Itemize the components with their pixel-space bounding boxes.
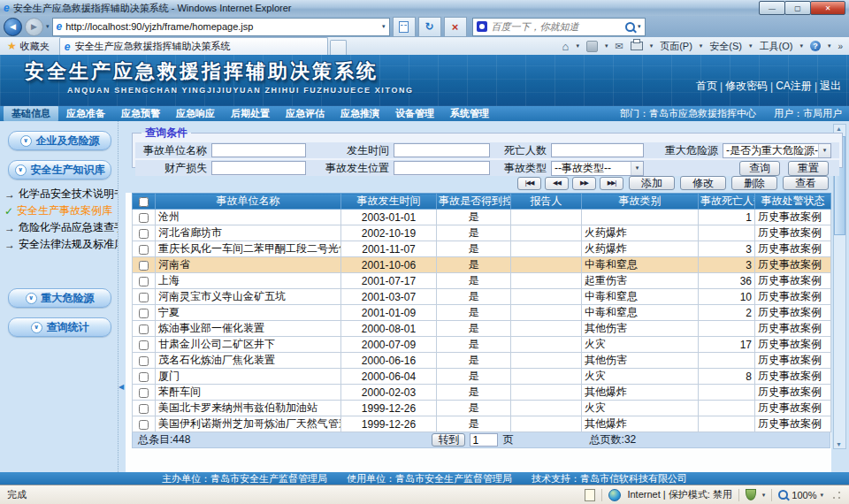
print-dropdown-icon[interactable] (650, 42, 654, 50)
browser-tab[interactable]: 安全生产应急救援指挥辅助决策系统 (59, 37, 328, 55)
address-field[interactable]: http://localhost:90/yjzh/frame/homepage.… (52, 18, 390, 36)
page-menu-dropdown-icon[interactable] (700, 42, 703, 50)
table-row[interactable]: 河南灵宝市义寺山金矿五坑2001-03-07是中毒和窒息10历史事故案例 (133, 289, 831, 305)
minimize-button[interactable]: — (759, 1, 785, 15)
close-button[interactable]: ✕ (810, 1, 845, 15)
sidebar-item-laws-standards[interactable]: 安全法律法规及标准库 (4, 236, 118, 253)
row-checkbox[interactable] (139, 261, 149, 271)
nav-item[interactable]: 应急准备 (58, 106, 113, 121)
url-text[interactable]: http://localhost:90/yjzh/frame/homepage.… (65, 21, 379, 32)
help-dropdown-icon[interactable] (828, 42, 831, 50)
nav-item[interactable]: 后期处置 (223, 106, 278, 121)
nav-item[interactable]: 应急推演 (333, 106, 387, 121)
new-tab-button[interactable] (330, 40, 347, 55)
accident-type-select[interactable]: --事故类型-- (551, 161, 644, 176)
zone-dropdown-icon[interactable] (762, 492, 766, 499)
favorites-button[interactable]: 收藏夹 (4, 37, 52, 55)
pager-button[interactable]: |◀◀ (517, 177, 541, 190)
page-menu[interactable]: 页面(P) (660, 40, 692, 53)
safety-menu[interactable]: 安全(S) (709, 40, 742, 53)
magnifier-icon[interactable] (625, 22, 635, 32)
table-row[interactable]: 甘肃金川公司二矿区井下2000-07-09是火灾17历史事故案例 (133, 337, 831, 353)
modify-button[interactable]: 修改 (680, 176, 726, 190)
occur-time-input[interactable] (394, 143, 490, 157)
table-row[interactable]: 苯酐车间2000-02-03是其他爆炸历史事故案例 (133, 385, 831, 401)
table-row[interactable]: 河南省2001-10-06是中毒和窒息3历史事故案例 (133, 257, 831, 273)
nav-item[interactable]: 应急响应 (168, 106, 223, 121)
sidebar-group-enterprise-hazard[interactable]: 企业及危险源 (8, 131, 111, 150)
sidebar-item-chemical-msds[interactable]: 化学品安全技术说明书 (4, 186, 118, 202)
table-row[interactable]: 炼油事业部一催化装置2000-08-01是其他伤害历史事故案例 (133, 321, 831, 337)
row-checkbox[interactable] (139, 245, 149, 255)
table-row[interactable]: 茂名石化炼油厂焦化装置2000-06-16是其他伤害历史事故案例 (133, 353, 831, 369)
table-row[interactable]: 厦门2000-06-04是火灾8历史事故案例 (133, 369, 831, 385)
sidebar-item-hazchem-quickref[interactable]: 危险化学品应急速查手... (4, 219, 118, 236)
home-dropdown-icon[interactable] (576, 42, 579, 50)
collapse-handle-icon[interactable] (119, 383, 124, 391)
pager-button[interactable]: ▶▶| (600, 177, 623, 190)
forward-button[interactable]: ▶ (25, 18, 43, 36)
delete-button[interactable]: 删除 (731, 176, 777, 190)
table-row[interactable]: 河北省廊坊市2002-10-19是火药爆炸历史事故案例 (133, 225, 831, 241)
overflow-chevron-icon[interactable] (838, 42, 843, 51)
sidebar-item-accident-cases[interactable]: 安全生产事故案例库 (4, 202, 118, 219)
row-checkbox[interactable] (139, 420, 149, 430)
row-checkbox[interactable] (139, 309, 149, 318)
pager-button[interactable]: ▶▶ (572, 177, 596, 190)
row-checkbox[interactable] (139, 325, 149, 334)
unit-name-input[interactable] (211, 143, 306, 157)
row-checkbox[interactable] (139, 229, 149, 239)
search-button[interactable]: 查询 (739, 161, 780, 176)
row-checkbox[interactable] (139, 340, 149, 350)
feeds-icon[interactable] (586, 41, 598, 52)
refresh-button[interactable] (418, 17, 441, 37)
safety-menu-dropdown-icon[interactable] (749, 42, 753, 50)
row-checkbox[interactable] (139, 404, 149, 414)
row-checkbox[interactable] (139, 277, 149, 286)
maximize-button[interactable]: ▢ (784, 1, 811, 15)
table-row[interactable]: 美国北卡罗来纳州韦兹伯勒加油站1999-12-26是火灾历史事故案例 (133, 401, 831, 416)
compatibility-view-button[interactable] (393, 17, 416, 37)
row-checkbox[interactable] (139, 356, 149, 366)
top-link[interactable]: 首页 (695, 79, 718, 94)
zoom-control[interactable]: 100% (778, 490, 823, 500)
page-number-input[interactable] (470, 433, 498, 447)
shield-icon[interactable] (746, 489, 756, 500)
view-button[interactable]: 查看 (783, 176, 829, 190)
back-button[interactable]: ◀ (4, 18, 22, 36)
add-button[interactable]: 添加 (629, 176, 675, 190)
row-checkbox[interactable] (139, 213, 149, 223)
sidebar-group-knowledge-base[interactable]: 安全生产知识库 (8, 160, 111, 179)
resize-grip[interactable] (831, 490, 842, 500)
table-row[interactable]: 重庆长风化一车间二苯甲酮工段二号光化釜2001-11-07是火药爆炸3历史事故案… (133, 241, 831, 257)
table-row[interactable]: 沧州2003-01-01是1历史事故案例 (133, 210, 831, 225)
major-hazard-select[interactable]: -是否为重大危险源- (723, 143, 831, 158)
location-input[interactable] (394, 161, 490, 175)
sidebar-group-query-stats[interactable]: 查询统计 (8, 317, 111, 337)
row-checkbox[interactable] (139, 388, 149, 398)
sidebar-group-major-hazard[interactable]: 重大危险源 (8, 288, 111, 308)
table-row[interactable]: 上海2001-07-17是起重伤害36历史事故案例 (133, 273, 831, 289)
deaths-input[interactable] (551, 143, 644, 157)
search-input[interactable] (490, 20, 623, 33)
property-loss-input[interactable] (211, 161, 306, 175)
print-icon[interactable] (631, 42, 643, 50)
search-box[interactable]: ▾ (472, 18, 646, 36)
top-link[interactable]: 退出 (819, 79, 842, 94)
table-row[interactable]: 宁夏2001-01-09是中毒和窒息2历史事故案例 (133, 305, 831, 321)
feeds-dropdown-icon[interactable] (605, 42, 608, 50)
address-dropdown-icon[interactable]: ▾ (382, 23, 386, 30)
table-row[interactable]: 美国伊利诺斯州芝加哥炼油厂天然气管道1999-12-26是其他爆炸历史事故案例 (133, 416, 831, 432)
search-dropdown-icon[interactable]: ▾ (638, 23, 641, 30)
top-link[interactable]: CA注册 (775, 79, 813, 94)
nav-item[interactable]: 应急预警 (113, 106, 168, 121)
nav-item[interactable]: 设备管理 (387, 106, 442, 121)
nav-item[interactable]: 系统管理 (442, 106, 497, 121)
history-dropdown-icon[interactable]: ▾ (46, 23, 50, 30)
zoom-dropdown-icon[interactable] (820, 492, 823, 499)
goto-page-button[interactable]: 转到 (432, 433, 465, 447)
top-link[interactable]: 修改密码 (724, 79, 769, 94)
help-icon[interactable] (810, 41, 821, 51)
row-checkbox[interactable] (139, 372, 149, 382)
select-all-checkbox[interactable] (139, 197, 149, 207)
